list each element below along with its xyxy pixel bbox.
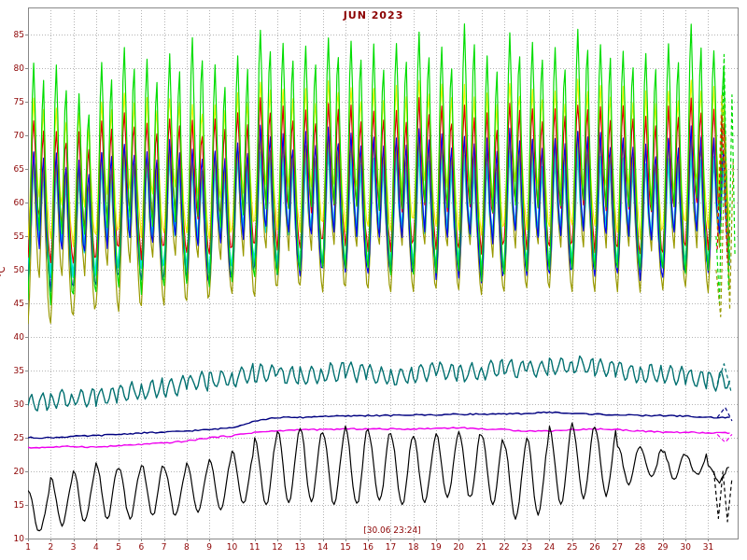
chart-canvas (0, 0, 747, 560)
chart-panel: JUN 2023 [30.06 23:24] °C 10152025303540… (0, 0, 747, 560)
